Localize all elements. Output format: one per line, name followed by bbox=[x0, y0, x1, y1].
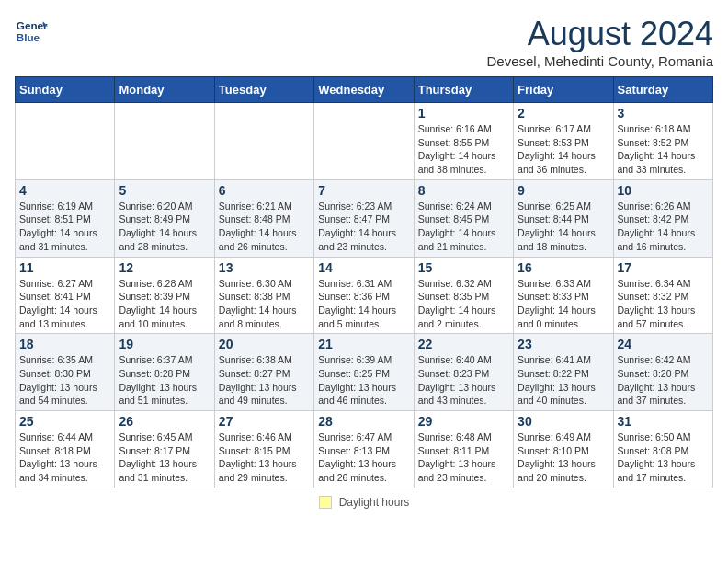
calendar-header-monday: Monday bbox=[115, 77, 214, 103]
day-info: Sunrise: 6:46 AM Sunset: 8:15 PM Dayligh… bbox=[219, 431, 310, 485]
day-info: Sunrise: 6:34 AM Sunset: 8:32 PM Dayligh… bbox=[618, 277, 709, 331]
daylight-legend-box bbox=[319, 496, 332, 509]
calendar-cell: 30Sunrise: 6:49 AM Sunset: 8:10 PM Dayli… bbox=[514, 411, 613, 488]
page-header: General Blue August 2024 Devesel, Mehedi… bbox=[15, 15, 713, 69]
calendar-week-row: 1Sunrise: 6:16 AM Sunset: 8:55 PM Daylig… bbox=[16, 103, 713, 180]
calendar-week-row: 18Sunrise: 6:35 AM Sunset: 8:30 PM Dayli… bbox=[16, 334, 713, 411]
calendar-header-row: SundayMondayTuesdayWednesdayThursdayFrid… bbox=[16, 77, 713, 103]
daylight-legend-label: Daylight hours bbox=[339, 496, 410, 509]
calendar-cell: 3Sunrise: 6:18 AM Sunset: 8:52 PM Daylig… bbox=[613, 103, 712, 180]
day-info: Sunrise: 6:25 AM Sunset: 8:44 PM Dayligh… bbox=[518, 200, 609, 254]
calendar-cell: 21Sunrise: 6:39 AM Sunset: 8:25 PM Dayli… bbox=[314, 334, 414, 411]
day-number: 25 bbox=[19, 414, 110, 429]
calendar-cell: 24Sunrise: 6:42 AM Sunset: 8:20 PM Dayli… bbox=[613, 334, 712, 411]
day-info: Sunrise: 6:41 AM Sunset: 8:22 PM Dayligh… bbox=[518, 353, 609, 408]
day-number: 19 bbox=[119, 337, 210, 351]
calendar-cell: 29Sunrise: 6:48 AM Sunset: 8:11 PM Dayli… bbox=[414, 411, 513, 488]
day-info: Sunrise: 6:21 AM Sunset: 8:48 PM Dayligh… bbox=[219, 200, 310, 254]
day-number: 28 bbox=[318, 414, 409, 429]
calendar-cell: 15Sunrise: 6:32 AM Sunset: 8:35 PM Dayli… bbox=[414, 257, 513, 334]
calendar-cell: 11Sunrise: 6:27 AM Sunset: 8:41 PM Dayli… bbox=[16, 257, 115, 334]
day-number: 22 bbox=[418, 337, 509, 351]
calendar-cell: 27Sunrise: 6:46 AM Sunset: 8:15 PM Dayli… bbox=[214, 411, 313, 488]
day-info: Sunrise: 6:18 AM Sunset: 8:52 PM Dayligh… bbox=[618, 122, 709, 177]
calendar-cell: 12Sunrise: 6:28 AM Sunset: 8:39 PM Dayli… bbox=[115, 257, 214, 334]
day-number: 16 bbox=[518, 260, 609, 275]
calendar-cell: 18Sunrise: 6:35 AM Sunset: 8:30 PM Dayli… bbox=[16, 334, 115, 411]
calendar-cell: 13Sunrise: 6:30 AM Sunset: 8:38 PM Dayli… bbox=[214, 257, 313, 334]
day-number: 9 bbox=[518, 183, 609, 198]
day-number: 30 bbox=[518, 414, 609, 429]
logo: General Blue bbox=[15, 15, 48, 48]
calendar-cell bbox=[16, 103, 115, 180]
calendar-cell: 26Sunrise: 6:45 AM Sunset: 8:17 PM Dayli… bbox=[115, 411, 214, 488]
day-info: Sunrise: 6:38 AM Sunset: 8:27 PM Dayligh… bbox=[219, 353, 310, 408]
day-number: 17 bbox=[618, 260, 709, 275]
calendar-cell bbox=[214, 103, 313, 180]
day-info: Sunrise: 6:42 AM Sunset: 8:20 PM Dayligh… bbox=[618, 353, 709, 408]
day-info: Sunrise: 6:49 AM Sunset: 8:10 PM Dayligh… bbox=[518, 431, 609, 485]
day-number: 4 bbox=[19, 183, 110, 198]
calendar-week-row: 25Sunrise: 6:44 AM Sunset: 8:18 PM Dayli… bbox=[16, 411, 713, 488]
day-number: 26 bbox=[119, 414, 210, 429]
day-number: 31 bbox=[618, 414, 709, 429]
calendar-header-friday: Friday bbox=[514, 77, 613, 103]
calendar-cell: 28Sunrise: 6:47 AM Sunset: 8:13 PM Dayli… bbox=[314, 411, 414, 488]
day-number: 13 bbox=[219, 260, 310, 275]
day-number: 29 bbox=[418, 414, 509, 429]
day-info: Sunrise: 6:40 AM Sunset: 8:23 PM Dayligh… bbox=[418, 353, 509, 408]
day-number: 12 bbox=[119, 260, 210, 275]
day-info: Sunrise: 6:39 AM Sunset: 8:25 PM Dayligh… bbox=[318, 353, 409, 408]
day-number: 15 bbox=[418, 260, 509, 275]
day-number: 23 bbox=[518, 337, 609, 351]
calendar-cell: 6Sunrise: 6:21 AM Sunset: 8:48 PM Daylig… bbox=[214, 179, 313, 257]
day-info: Sunrise: 6:27 AM Sunset: 8:41 PM Dayligh… bbox=[19, 277, 110, 331]
logo-icon: General Blue bbox=[15, 15, 48, 48]
day-number: 18 bbox=[19, 337, 110, 351]
day-number: 7 bbox=[318, 183, 409, 198]
day-info: Sunrise: 6:48 AM Sunset: 8:11 PM Dayligh… bbox=[418, 431, 509, 485]
day-number: 27 bbox=[219, 414, 310, 429]
calendar-header-saturday: Saturday bbox=[613, 77, 712, 103]
day-number: 14 bbox=[318, 260, 409, 275]
calendar-cell: 22Sunrise: 6:40 AM Sunset: 8:23 PM Dayli… bbox=[414, 334, 513, 411]
calendar-week-row: 11Sunrise: 6:27 AM Sunset: 8:41 PM Dayli… bbox=[16, 257, 713, 334]
day-number: 24 bbox=[618, 337, 709, 351]
day-number: 3 bbox=[618, 106, 709, 121]
calendar-cell: 19Sunrise: 6:37 AM Sunset: 8:28 PM Dayli… bbox=[115, 334, 214, 411]
calendar-cell: 1Sunrise: 6:16 AM Sunset: 8:55 PM Daylig… bbox=[414, 103, 513, 180]
day-info: Sunrise: 6:45 AM Sunset: 8:17 PM Dayligh… bbox=[119, 431, 210, 485]
calendar-footer: Daylight hours bbox=[15, 496, 713, 509]
calendar-cell: 10Sunrise: 6:26 AM Sunset: 8:42 PM Dayli… bbox=[613, 179, 712, 257]
day-info: Sunrise: 6:16 AM Sunset: 8:55 PM Dayligh… bbox=[418, 122, 509, 177]
day-number: 21 bbox=[318, 337, 409, 351]
day-info: Sunrise: 6:20 AM Sunset: 8:49 PM Dayligh… bbox=[119, 200, 210, 254]
calendar-cell: 7Sunrise: 6:23 AM Sunset: 8:47 PM Daylig… bbox=[314, 179, 414, 257]
day-number: 1 bbox=[418, 106, 509, 121]
calendar-header-thursday: Thursday bbox=[414, 77, 513, 103]
day-number: 11 bbox=[19, 260, 110, 275]
calendar-header-wednesday: Wednesday bbox=[314, 77, 414, 103]
calendar-cell: 17Sunrise: 6:34 AM Sunset: 8:32 PM Dayli… bbox=[613, 257, 712, 334]
day-info: Sunrise: 6:19 AM Sunset: 8:51 PM Dayligh… bbox=[19, 200, 110, 254]
location: Devesel, Mehedinti County, Romania bbox=[486, 53, 713, 69]
day-number: 10 bbox=[618, 183, 709, 198]
day-info: Sunrise: 6:24 AM Sunset: 8:45 PM Dayligh… bbox=[418, 200, 509, 254]
day-info: Sunrise: 6:37 AM Sunset: 8:28 PM Dayligh… bbox=[119, 353, 210, 408]
day-number: 8 bbox=[418, 183, 509, 198]
calendar-week-row: 4Sunrise: 6:19 AM Sunset: 8:51 PM Daylig… bbox=[16, 179, 713, 257]
calendar-cell: 14Sunrise: 6:31 AM Sunset: 8:36 PM Dayli… bbox=[314, 257, 414, 334]
calendar-cell: 31Sunrise: 6:50 AM Sunset: 8:08 PM Dayli… bbox=[613, 411, 712, 488]
day-info: Sunrise: 6:31 AM Sunset: 8:36 PM Dayligh… bbox=[318, 277, 409, 331]
calendar-cell: 23Sunrise: 6:41 AM Sunset: 8:22 PM Dayli… bbox=[514, 334, 613, 411]
day-info: Sunrise: 6:33 AM Sunset: 8:33 PM Dayligh… bbox=[518, 277, 609, 331]
day-info: Sunrise: 6:28 AM Sunset: 8:39 PM Dayligh… bbox=[119, 277, 210, 331]
calendar-cell: 9Sunrise: 6:25 AM Sunset: 8:44 PM Daylig… bbox=[514, 179, 613, 257]
day-number: 2 bbox=[518, 106, 609, 121]
calendar-cell: 20Sunrise: 6:38 AM Sunset: 8:27 PM Dayli… bbox=[214, 334, 313, 411]
calendar-cell: 5Sunrise: 6:20 AM Sunset: 8:49 PM Daylig… bbox=[115, 179, 214, 257]
day-info: Sunrise: 6:17 AM Sunset: 8:53 PM Dayligh… bbox=[518, 122, 609, 177]
calendar-cell: 2Sunrise: 6:17 AM Sunset: 8:53 PM Daylig… bbox=[514, 103, 613, 180]
calendar-cell bbox=[314, 103, 414, 180]
calendar-cell: 16Sunrise: 6:33 AM Sunset: 8:33 PM Dayli… bbox=[514, 257, 613, 334]
